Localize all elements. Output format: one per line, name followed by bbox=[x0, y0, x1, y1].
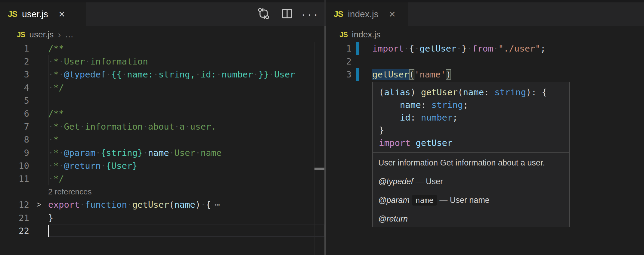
code-token: User bbox=[64, 56, 85, 67]
tooltip-doc-paragraph: @typedef — User bbox=[378, 176, 564, 187]
line-number[interactable]: 5 bbox=[0, 94, 29, 107]
code-line[interactable]: 8·* bbox=[0, 133, 324, 146]
breadcrumb-symbol[interactable]: … bbox=[65, 28, 73, 41]
code-token: · bbox=[80, 200, 85, 210]
code-line[interactable]: 11·*/ bbox=[0, 172, 324, 185]
line-number[interactable]: 12 bbox=[0, 198, 29, 211]
code-token: · bbox=[122, 69, 127, 80]
overview-ruler-cursor-marker bbox=[314, 168, 324, 170]
doc-text: User information Get information about a… bbox=[378, 158, 545, 167]
code-line[interactable]: 10·*·@return·{User} bbox=[0, 159, 324, 172]
code-token: about bbox=[148, 121, 174, 132]
line-number[interactable]: 9 bbox=[0, 146, 29, 159]
code-line[interactable]: 4·*/ bbox=[0, 81, 324, 94]
code-token: } bbox=[462, 43, 467, 54]
code-token: · bbox=[216, 69, 221, 80]
code-token: · bbox=[48, 174, 53, 184]
code-token: name: bbox=[127, 69, 153, 80]
code-token: from bbox=[472, 43, 493, 54]
code-token: · bbox=[106, 69, 111, 80]
tab-index-js[interactable]: JS index.js ✕ bbox=[326, 2, 408, 26]
fold-chevron-icon[interactable]: > bbox=[32, 198, 46, 211]
line-number[interactable]: 11 bbox=[0, 172, 29, 185]
tooltip-type-signature: (alias) getUser(name: string): { name: s… bbox=[373, 82, 569, 151]
code-line[interactable]: 12>export·function·getUser(name)·{⋯ bbox=[0, 198, 324, 211]
split-editor-button[interactable] bbox=[279, 6, 295, 22]
code-token: "./user" bbox=[498, 43, 540, 54]
code-line[interactable]: 6/** bbox=[0, 107, 324, 120]
doc-text: — User bbox=[413, 177, 443, 186]
jsdoc-tag: @return bbox=[378, 214, 408, 223]
tab-label: user.js bbox=[22, 9, 48, 19]
code-token: id: bbox=[200, 69, 216, 80]
code-token: · bbox=[80, 121, 85, 132]
code-token: * bbox=[53, 56, 58, 67]
code-line[interactable]: 22 bbox=[0, 225, 324, 238]
code-token: export bbox=[48, 200, 80, 210]
tooltip-doc-paragraph: @param name — User name bbox=[378, 195, 564, 206]
code-text: ·*·@param·{string}·name·User·name bbox=[48, 146, 221, 159]
code-token: · bbox=[48, 161, 53, 171]
code-text: ·*·User·information bbox=[48, 55, 148, 68]
breadcrumb-file[interactable]: index.js bbox=[352, 28, 380, 41]
line-number[interactable]: 22 bbox=[0, 225, 29, 238]
breadcrumb-file[interactable]: user.js bbox=[29, 28, 54, 41]
more-actions-button[interactable]: ··· bbox=[303, 6, 318, 22]
code-line[interactable]: 1/** bbox=[0, 42, 324, 55]
code-token: number bbox=[421, 112, 453, 123]
code-token: · bbox=[59, 121, 64, 132]
tooltip-code-line: id: number; bbox=[379, 111, 563, 124]
code-token: · bbox=[59, 69, 64, 80]
code-token: {User} bbox=[106, 161, 138, 171]
code-line[interactable]: 1import·{·getUser·}·from·"./user"; bbox=[326, 42, 644, 55]
code-token: {string} bbox=[101, 148, 143, 158]
code-token: ( bbox=[169, 200, 174, 210]
tab-user-js[interactable]: JS user.js ✕ bbox=[0, 2, 86, 26]
code-token: @typedef bbox=[64, 69, 106, 80]
close-icon[interactable]: ✕ bbox=[58, 9, 65, 19]
line-number[interactable]: 6 bbox=[0, 107, 29, 120]
code-token: {{ bbox=[111, 69, 122, 80]
doc-text: — User name bbox=[437, 196, 490, 205]
code-token: string bbox=[432, 100, 463, 110]
code-line[interactable]: 5 bbox=[0, 94, 324, 107]
code-token: · bbox=[456, 43, 461, 54]
code-line[interactable]: 2 bbox=[326, 55, 644, 68]
line-number[interactable]: 8 bbox=[0, 133, 29, 146]
code-token: ( bbox=[409, 69, 414, 80]
code-token bbox=[410, 138, 416, 148]
text-cursor bbox=[48, 225, 49, 237]
line-number[interactable]: 2 bbox=[326, 55, 351, 68]
codelens-row[interactable]: 2 references bbox=[0, 185, 324, 198]
close-icon[interactable]: ✕ bbox=[389, 9, 396, 19]
line-number[interactable]: 7 bbox=[0, 120, 29, 133]
code-line[interactable]: 2·*·User·information bbox=[0, 55, 324, 68]
code-line[interactable]: 21} bbox=[0, 212, 324, 225]
line-number[interactable]: 4 bbox=[0, 81, 29, 94]
code-line[interactable]: 3getUser('name') bbox=[326, 68, 644, 81]
line-number[interactable]: 1 bbox=[326, 42, 351, 55]
line-number[interactable]: 3 bbox=[0, 68, 29, 81]
code-line[interactable]: 3·*·@typedef·{{·name:·string,·id:·number… bbox=[0, 68, 324, 81]
line-number[interactable]: 3 bbox=[326, 68, 351, 81]
code-line[interactable]: 7·*·Get·information·about·a·user. bbox=[0, 120, 324, 133]
code-token: · bbox=[59, 148, 64, 158]
js-file-icon: JS bbox=[17, 28, 25, 41]
code-token: @param bbox=[64, 148, 95, 158]
right-breadcrumb: JS index.js bbox=[339, 28, 380, 41]
line-number[interactable]: 10 bbox=[0, 159, 29, 172]
code-line[interactable]: 9·*·@param·{string}·name·User·name bbox=[0, 146, 324, 159]
tooltip-code-line: } bbox=[379, 124, 563, 137]
code-text: ·*·@return·{User} bbox=[48, 159, 138, 172]
code-token: user. bbox=[190, 121, 216, 132]
left-breadcrumb: JS user.js › … bbox=[17, 28, 73, 41]
code-token: · bbox=[48, 121, 53, 132]
code-token: User bbox=[174, 148, 195, 158]
line-number[interactable]: 2 bbox=[0, 55, 29, 68]
line-number[interactable]: 1 bbox=[0, 42, 29, 55]
codelens-references-link[interactable]: 2 references bbox=[48, 185, 92, 198]
code-token: information bbox=[90, 56, 148, 67]
line-number[interactable]: 21 bbox=[0, 212, 29, 225]
open-changes-button[interactable] bbox=[256, 6, 271, 22]
code-text: ·*/ bbox=[48, 81, 64, 94]
